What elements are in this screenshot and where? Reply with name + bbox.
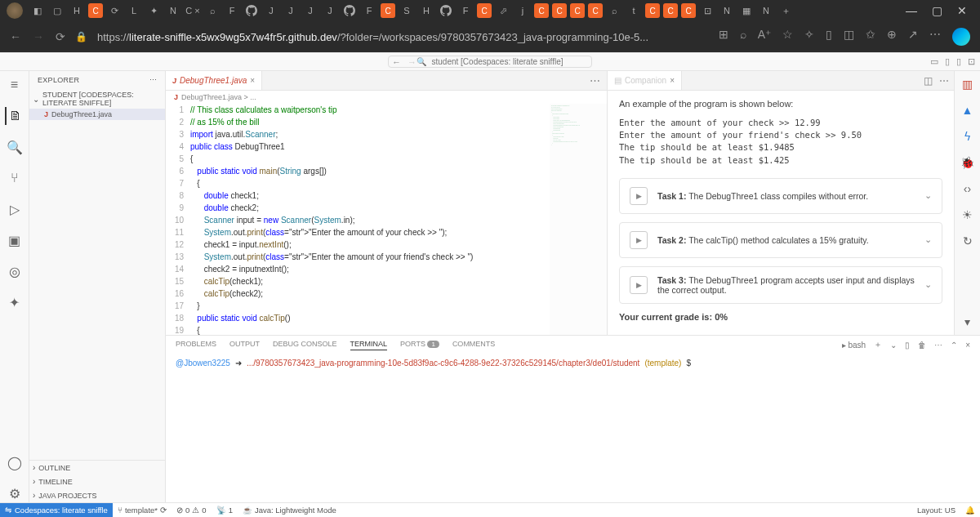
tab-icon[interactable]: C xyxy=(88,3,103,18)
minimize-icon[interactable]: — xyxy=(906,4,917,17)
github-icon[interactable]: ✦ xyxy=(6,293,24,311)
copilot-icon[interactable] xyxy=(952,28,970,46)
refresh-icon[interactable]: ↻ xyxy=(963,234,973,247)
collections2-icon[interactable]: ⊕ xyxy=(887,28,897,46)
panel-tab-output[interactable]: Output xyxy=(229,340,260,350)
editor-tab[interactable]: J DebugThree1.java × xyxy=(166,71,262,90)
tab-icon[interactable]: J xyxy=(322,2,338,19)
more-icon[interactable]: ⋯ xyxy=(939,75,949,87)
tab-icon[interactable]: C × xyxy=(185,2,201,19)
tab-icon[interactable]: ▦ xyxy=(738,2,755,19)
profile-avatar[interactable] xyxy=(7,2,23,19)
layout-indicator[interactable]: Layout: US xyxy=(912,506,960,515)
layout-icon[interactable]: ⊡ xyxy=(968,56,975,67)
zoom-icon[interactable]: ⌕ xyxy=(740,28,746,46)
refresh-icon[interactable]: ⟳ xyxy=(56,30,65,43)
tab-icon[interactable]: L xyxy=(126,2,142,19)
settings-icon[interactable]: ⚙ xyxy=(6,484,24,502)
panel-tab-debug-console[interactable]: Debug Console xyxy=(273,340,337,350)
tab-icon[interactable]: ⟳ xyxy=(106,2,122,19)
bug-icon[interactable]: 🐞 xyxy=(960,156,974,169)
notifications-icon[interactable]: 🔔 xyxy=(960,506,980,515)
tab-icon[interactable]: C xyxy=(552,3,567,18)
code-content[interactable]: // This class calculates a waitperson's … xyxy=(190,104,550,335)
tab-icon[interactable]: t xyxy=(626,2,642,19)
tab-icon[interactable]: J xyxy=(283,2,299,19)
companion-tab[interactable]: ▤ Companion × xyxy=(608,71,682,90)
split-editor-icon[interactable]: ◫ xyxy=(924,75,933,87)
collections-icon[interactable]: ▯ xyxy=(826,28,832,46)
tab-icon[interactable]: C xyxy=(663,3,678,18)
layout-icon[interactable]: ▯ xyxy=(945,56,950,67)
panel-tab-problems[interactable]: Problems xyxy=(176,340,216,350)
github-icon[interactable] xyxy=(243,2,260,19)
terminal-content[interactable]: @Jbowen3225 ➜ .../9780357673423_java-pro… xyxy=(166,354,980,502)
file-item[interactable]: J DebugThree1.java xyxy=(29,109,165,120)
project-section[interactable]: STUDENT [CODESPACES: LITERATE SNIFFLE] xyxy=(29,89,165,109)
tab-split-icon[interactable]: ▢ xyxy=(49,2,65,19)
code-icon[interactable]: ‹› xyxy=(964,182,971,195)
tab-icon[interactable]: ⌕ xyxy=(204,2,220,19)
timeline-section[interactable]: Timeline xyxy=(29,475,165,488)
tab-icon[interactable]: j xyxy=(514,2,531,19)
tab-icon[interactable]: S xyxy=(399,2,415,19)
remote-indicator[interactable]: ⇋ Codespaces: literate sniffle xyxy=(0,503,113,517)
bolt-icon[interactable]: ϟ xyxy=(964,130,971,143)
title-back-icon[interactable]: ← xyxy=(392,57,401,67)
tab-icon[interactable]: J xyxy=(263,2,279,19)
chevron-down-icon[interactable]: ▾ xyxy=(964,315,970,328)
maximize-panel-icon[interactable]: ⌃ xyxy=(951,341,957,350)
tab-icon[interactable]: ✦ xyxy=(145,2,162,19)
close-tab-icon[interactable]: × xyxy=(250,76,255,85)
terminal-dropdown-icon[interactable]: ⌄ xyxy=(890,341,897,350)
outline-section[interactable]: Outline xyxy=(29,461,165,475)
tab-icon[interactable]: C xyxy=(681,3,696,18)
chevron-down-icon[interactable]: ⌄ xyxy=(924,279,932,290)
terminal-shell-label[interactable]: ▸ bash xyxy=(842,341,866,350)
panel-tab-ports[interactable]: Ports 1 xyxy=(400,340,439,350)
tab-icon[interactable]: N xyxy=(758,2,774,19)
tab-icon[interactable]: F xyxy=(457,2,474,19)
extension-icon[interactable]: ✧ xyxy=(804,28,814,46)
tab-icon[interactable]: J xyxy=(302,2,318,19)
minimap[interactable]: ▪▪ ▪▪▪▪ ▪▪▪▪▪ ▪▪▪▪▪▪▪▪▪▪ ▪ ▪▪▪▪▪▪▪▪▪▪▪▪ … xyxy=(550,104,607,335)
menu-icon[interactable]: ≡ xyxy=(6,76,24,94)
command-center[interactable]: 🔍 student [Codespaces: literate sniffle] xyxy=(388,56,592,68)
panel-tab-terminal[interactable]: Terminal xyxy=(350,340,388,350)
explorer-icon[interactable]: 🗎 xyxy=(5,107,23,125)
new-tab-icon[interactable]: ＋ xyxy=(777,2,794,19)
close-tab-icon[interactable]: × xyxy=(670,76,675,85)
maximize-icon[interactable]: ▢ xyxy=(932,4,942,17)
chevron-down-icon[interactable]: ⌄ xyxy=(924,190,932,201)
tab-icon[interactable]: C xyxy=(570,3,585,18)
java-mode[interactable]: ☕ Java: Lightweight Mode xyxy=(238,506,341,515)
source-control-icon[interactable]: ⑂ xyxy=(6,169,24,187)
layout-icon[interactable]: ▭ xyxy=(930,56,938,67)
tab-icon[interactable]: F xyxy=(361,2,377,19)
editor-body[interactable]: 1234567891011121314151617181920212223242… xyxy=(166,104,607,335)
favorite-icon[interactable]: ☆ xyxy=(782,28,793,46)
favorites-icon[interactable]: ✩ xyxy=(866,28,875,46)
tab-icon[interactable]: ⬀ xyxy=(495,2,511,19)
apps-icon[interactable]: ⊞ xyxy=(719,28,728,46)
back-icon[interactable]: ← xyxy=(10,30,21,43)
search-icon[interactable]: 🔍 xyxy=(6,138,24,156)
tab-icon[interactable]: H xyxy=(418,2,434,19)
tab-icon[interactable]: C xyxy=(477,3,492,18)
title-forward-icon[interactable]: → xyxy=(408,57,416,67)
tab-icon[interactable]: ⊡ xyxy=(699,2,715,19)
more-icon[interactable]: ⋯ xyxy=(929,28,941,46)
tab-icon[interactable]: C xyxy=(381,3,395,18)
tab-icon[interactable]: C xyxy=(588,3,603,18)
add-terminal-icon[interactable]: ＋ xyxy=(874,339,882,350)
share-icon[interactable]: ↗ xyxy=(908,28,918,46)
split-icon[interactable]: ◫ xyxy=(844,28,854,46)
read-aloud-icon[interactable]: A⁺ xyxy=(758,28,771,46)
remote-explorer-icon[interactable]: ◎ xyxy=(6,262,24,280)
workspaces-icon[interactable]: ◧ xyxy=(29,2,46,19)
more-icon[interactable]: ⋯ xyxy=(590,74,600,87)
tab-icon[interactable]: C xyxy=(645,3,660,18)
run-task-button[interactable]: ▶ xyxy=(630,276,648,294)
panel-tab-comments[interactable]: Comments xyxy=(452,340,496,350)
accounts-icon[interactable]: ◯ xyxy=(6,453,24,471)
